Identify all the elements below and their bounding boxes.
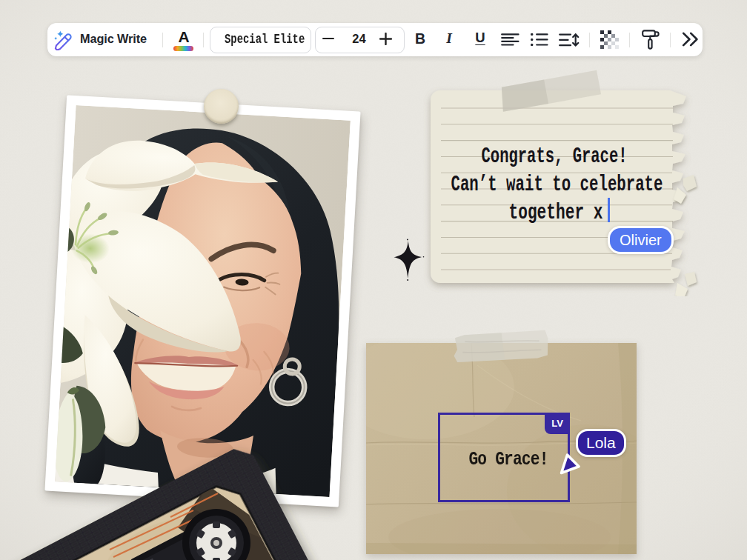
svg-text:Can’t wait to celebrate: Can’t wait to celebrate xyxy=(451,172,663,197)
svg-text:Congrats, Grace!: Congrats, Grace! xyxy=(482,144,628,169)
svg-text:together x: together x xyxy=(509,200,603,225)
